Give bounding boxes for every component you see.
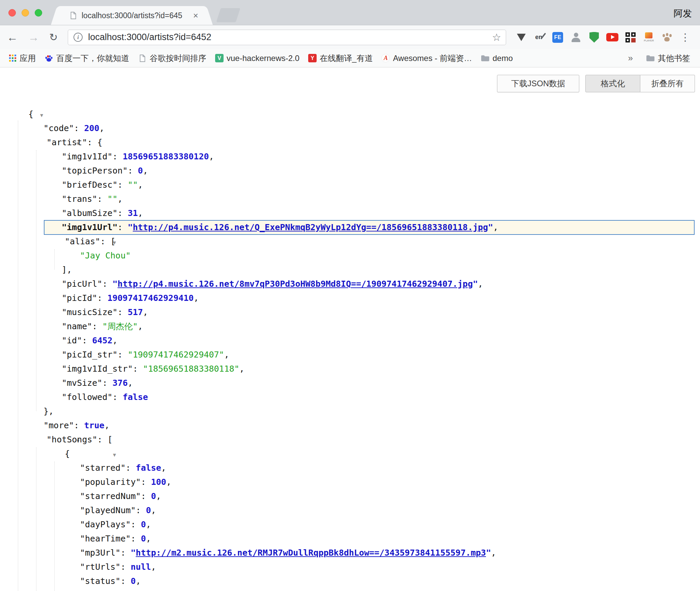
json-url-link[interactable]: http://m2.music.126.net/RMJR7wDullRqppBk… [136, 548, 486, 558]
json-key: "img1v1Id_str" [62, 364, 133, 374]
tab-close-icon[interactable]: × [190, 11, 198, 20]
json-line: ▼"hotSongs": [ [0, 433, 700, 447]
back-button[interactable]: ← [7, 32, 18, 43]
reload-button[interactable]: ↻ [49, 32, 58, 43]
json-token: 19097417462929410 [107, 293, 194, 303]
json-token: , [136, 576, 141, 586]
bookmark-item[interactable]: AAwesomes - 前端资… [377, 49, 476, 67]
awesomes-icon: A [381, 54, 390, 62]
json-line-highlighted: "img1v1Url": "http://p4.music.126.net/Q_… [0, 220, 700, 235]
translate-extension-icon[interactable]: en [533, 30, 546, 45]
json-line: "hearTime": 0, [0, 532, 700, 546]
json-line: "rtUrls": null, [0, 560, 700, 574]
json-token: : [ [97, 435, 113, 444]
bookmark-star-icon[interactable]: ☆ [492, 31, 501, 43]
browser-menu-icon[interactable]: ⋮ [679, 30, 692, 45]
json-url-link[interactable]: http://p4.music.126.net/8mv7qP30Pd3oHW8b… [118, 279, 473, 289]
v-logo-extension-icon[interactable] [515, 30, 528, 45]
forward-button[interactable]: → [28, 32, 39, 43]
json-token: , [99, 123, 105, 133]
json-token: 31 [128, 208, 138, 218]
json-token: "" [107, 194, 117, 204]
json-key: "rtUrls" [80, 562, 120, 572]
json-token: , [161, 463, 166, 473]
format-button[interactable]: 格式化 [585, 75, 640, 92]
json-line: }, [0, 404, 700, 418]
json-key: "musicSize" [62, 307, 118, 317]
player-extension-icon[interactable]: PLAYER [642, 30, 655, 45]
bookmark-item[interactable]: Vvue-hackernews-2.0 [211, 49, 304, 67]
json-token: : [97, 293, 107, 303]
browser-tab[interactable]: localhost:3000/artists?id=645 × [59, 6, 204, 25]
bookmarks-right: » 其他书签 [628, 49, 695, 67]
bookmark-label: demo [493, 54, 513, 63]
json-token: , [239, 364, 244, 374]
bookmark-item[interactable]: 百度一下，你就知道 [40, 49, 134, 67]
json-token: , [166, 477, 171, 487]
json-token: , [105, 421, 110, 430]
json-key: "topicPerson" [62, 166, 128, 176]
json-line: ], [0, 263, 700, 277]
folder-icon [646, 54, 655, 63]
json-key: "picUrl" [62, 279, 102, 289]
shield-extension-icon[interactable] [588, 30, 601, 45]
json-token: : [131, 520, 141, 529]
collapse-all-button[interactable]: 折叠所有 [640, 75, 695, 92]
json-token: 0 [146, 505, 151, 515]
apps-grid-icon [9, 55, 17, 62]
json-token: "18569651883380118" [143, 364, 239, 374]
close-window-button[interactable] [8, 9, 16, 17]
bookmark-item[interactable]: demo [476, 49, 517, 67]
json-line: ▼"alias": [ [0, 235, 700, 249]
profile-name: 阿发 [674, 7, 692, 20]
json-url-link[interactable]: http://p4.music.126.net/Q_ExePNkmqB2yWyL… [133, 222, 488, 232]
url-text[interactable]: localhost:3000/artists?id=6452 [88, 32, 211, 42]
json-key: "code" [43, 123, 74, 133]
json-token: : [102, 279, 112, 289]
json-line: "albumSize": 31, [0, 206, 700, 220]
profile-extension-icon[interactable] [570, 30, 582, 45]
address-bar[interactable]: i localhost:3000/artists?id=6452 ☆ [68, 30, 506, 45]
qrcode-extension-icon[interactable] [624, 30, 637, 45]
json-token: 0 [151, 491, 156, 501]
json-token: 517 [128, 307, 143, 317]
browser-toolbar: ← → ↻ i localhost:3000/artists?id=6452 ☆… [0, 25, 700, 49]
bookmark-item[interactable]: 应用 [5, 49, 40, 67]
json-token: { [28, 109, 33, 119]
new-tab-button[interactable] [216, 8, 240, 22]
json-token: , [478, 279, 483, 289]
collapse-toggle-icon[interactable]: ▼ [40, 112, 43, 118]
zoom-window-button[interactable] [35, 9, 42, 17]
bookmark-item[interactable]: 谷歌按时间排序 [134, 49, 211, 67]
fe-extension-icon[interactable]: FE [551, 30, 564, 45]
json-line: "id": 6452, [0, 334, 700, 348]
json-token: "周杰伦" [102, 321, 138, 331]
bookmarks-list: 应用百度一下，你就知道谷歌按时间排序Vvue-hackernews-2.0Y在线… [5, 49, 517, 67]
bookmarks-overflow-chevron[interactable]: » [628, 53, 633, 63]
json-token: , [138, 208, 143, 218]
other-bookmarks-folder[interactable]: 其他书签 [642, 49, 695, 67]
json-token: : [118, 222, 128, 232]
json-token: : [ [100, 237, 115, 246]
youtube-extension-icon[interactable] [606, 30, 619, 45]
json-token: "Jay Chou" [80, 251, 131, 260]
json-key: "hearTime" [80, 534, 131, 543]
json-token: : [97, 194, 107, 204]
download-json-button[interactable]: 下载JSON数据 [497, 75, 579, 92]
site-info-icon[interactable]: i [74, 33, 83, 42]
paw-extension-icon[interactable] [661, 30, 673, 45]
json-key: "popularity" [80, 477, 141, 487]
json-line: "popularity": 100, [0, 475, 700, 489]
json-token: : [133, 364, 143, 374]
collapse-toggle-icon[interactable]: ▼ [113, 452, 116, 458]
bookmark-item[interactable]: Y在线翻译_有道 [304, 49, 377, 67]
minimize-window-button[interactable] [22, 9, 29, 17]
json-key: "img1v1Url" [62, 222, 118, 232]
json-token: : [141, 491, 151, 501]
json-token: : [120, 562, 130, 572]
json-key: "mvSize" [62, 378, 102, 388]
json-token: , [151, 505, 156, 515]
json-key: "starredNum" [80, 491, 141, 501]
json-line: ▼{ [0, 107, 700, 121]
bookmark-label: 在线翻译_有道 [320, 53, 373, 64]
